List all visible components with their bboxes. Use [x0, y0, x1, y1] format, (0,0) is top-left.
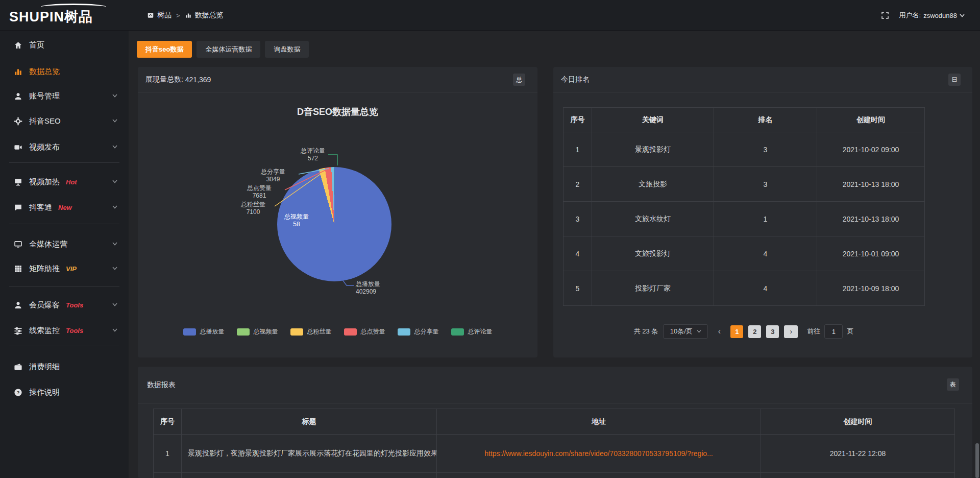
chevron-down-icon	[112, 242, 117, 246]
fullscreen-icon[interactable]	[881, 11, 889, 19]
sliders-icon	[14, 326, 22, 335]
sidebar-item-label: 账号管理	[29, 91, 60, 101]
day-toggle-button[interactable]: 日	[948, 74, 961, 86]
pie-label-plays: 总播放量402909	[356, 280, 412, 296]
ranking-table: 序号 关键词 排名 创建时间 1景观投影灯32021-10-02 09:00 2…	[563, 107, 925, 306]
logo-arc-decoration	[41, 4, 106, 10]
vip-badge: VIP	[66, 265, 77, 273]
report-panel-title: 数据报表	[147, 380, 176, 390]
legend-item-comments[interactable]: 总评论量	[451, 327, 493, 336]
sidebar: 首页 数据总览 账号管理 抖音SEO 视频发布 视频加热 Hot 抖客通 New…	[0, 31, 129, 478]
sidebar-divider	[9, 224, 119, 224]
tab-omnimedia-data[interactable]: 全媒体运营数据	[197, 41, 260, 58]
chevron-down-icon	[112, 205, 117, 209]
sidebar-item-spend-detail[interactable]: 消费明细	[0, 354, 129, 379]
page-button-2[interactable]: 2	[748, 325, 761, 338]
tools-badge: Tools	[66, 327, 83, 334]
sidebar-item-label: 矩阵助推	[29, 264, 60, 274]
next-page-button[interactable]: ›	[784, 325, 798, 338]
sidebar-item-help[interactable]: ? 操作说明	[0, 379, 129, 405]
new-badge: New	[58, 204, 72, 211]
sidebar-item-label: 全媒体运营	[29, 240, 67, 249]
table-header-row: 序号 标题 地址 创建时间	[154, 409, 955, 435]
breadcrumb-root[interactable]: 树品	[147, 11, 172, 20]
sidebar-item-data-overview[interactable]: 数据总览	[0, 59, 129, 84]
legend-swatch	[451, 328, 464, 336]
legend-item-plays[interactable]: 总播放量	[183, 327, 225, 336]
username-value: zswodun88	[923, 12, 957, 19]
col-title: 标题	[182, 409, 437, 435]
sidebar-item-member-burst[interactable]: 会员爆客 Tools	[0, 292, 129, 318]
pie-label-fans: 总粉丝量7100	[229, 201, 278, 216]
pie-label-likes: 总点赞量7681	[235, 184, 284, 200]
chevron-down-icon	[112, 328, 117, 332]
sidebar-item-lead-monitor[interactable]: 线索监控 Tools	[0, 318, 129, 343]
wallet-icon	[14, 363, 22, 371]
legend-item-shares[interactable]: 总分享量	[398, 327, 439, 336]
chevron-down-icon	[112, 119, 117, 123]
page-button-1[interactable]: 1	[730, 325, 743, 338]
sidebar-item-label: 视频加热	[29, 177, 60, 187]
tab-douyin-seo-data[interactable]: 抖音seo数据	[137, 41, 192, 58]
table-row: 1 景观投影灯，夜游景观投影灯厂家展示展示落花灯在花园里的灯光投影应用效果 # …	[154, 435, 955, 473]
legend-item-likes[interactable]: 总点赞量	[344, 327, 385, 336]
pie-chart-title: D音SEO数据量总览	[138, 106, 537, 118]
pie-label-videos: 总视频量58	[272, 213, 321, 228]
legend-item-fans[interactable]: 总粉丝量	[290, 327, 332, 336]
col-index: 序号	[154, 409, 182, 435]
table-row: 5投影灯厂家42021-10-09 18:00	[564, 271, 925, 306]
sidebar-item-label: 消费明细	[29, 362, 60, 372]
goto-label: 前往	[807, 327, 820, 336]
sidebar-item-douyin-seo[interactable]: 抖音SEO	[0, 108, 129, 134]
video-url-link[interactable]: https://www.iesdouyin.com/share/video/70…	[484, 449, 713, 458]
table-row-clipped	[154, 473, 955, 478]
chevron-down-icon	[112, 180, 117, 183]
legend-swatch	[183, 328, 196, 336]
user-menu[interactable]: 用户名: zswodun88	[899, 11, 965, 20]
breadcrumb-current[interactable]: 数据总览	[185, 11, 224, 20]
question-circle-icon: ?	[14, 388, 22, 397]
sidebar-item-matrix-boost[interactable]: 矩阵助推 VIP	[0, 256, 129, 281]
total-impressions-value: 421,369	[185, 76, 211, 84]
tab-inquiry-data[interactable]: 询盘数据	[265, 41, 309, 58]
table-row: 3文旅水纹灯12021-10-13 18:00	[564, 202, 925, 236]
sidebar-item-label: 首页	[29, 40, 44, 50]
report-panel-header: 数据报表 表	[138, 367, 972, 403]
legend-item-videos[interactable]: 总视频量	[237, 327, 278, 336]
page-size-select[interactable]: 10条/页	[663, 324, 708, 339]
pie-label-shares: 总分享量3049	[249, 168, 298, 183]
vertical-scrollbar-thumb[interactable]	[975, 443, 979, 478]
ranking-panel-header: 今日排名 日	[553, 67, 972, 92]
chevron-down-icon	[112, 94, 117, 98]
prev-page-button[interactable]: ‹	[713, 324, 725, 339]
sidebar-item-video-publish[interactable]: 视频发布	[0, 134, 129, 160]
legend-swatch	[237, 328, 250, 336]
sidebar-item-video-heat[interactable]: 视频加热 Hot	[0, 169, 129, 195]
col-url: 地址	[437, 409, 761, 435]
sidebar-divider	[9, 286, 119, 286]
total-toggle-button[interactable]: 总	[513, 74, 525, 86]
chart-legend: 总播放量 总视频量 总粉丝量 总点赞量 总分享量 总评论量	[138, 327, 537, 336]
today-ranking-panel: 今日排名 日 序号 关键词 排名 创建时间 1景观投影灯32021-10-02 …	[553, 67, 972, 357]
pagination-total: 共 23 条	[634, 327, 658, 336]
table-toggle-button[interactable]: 表	[947, 378, 959, 391]
bar-chart-icon	[185, 12, 192, 19]
table-header-row: 序号 关键词 排名 创建时间	[564, 108, 925, 132]
sidebar-item-douketong[interactable]: 抖客通 New	[0, 195, 129, 220]
col-created: 创建时间	[761, 409, 955, 435]
report-table: 序号 标题 地址 创建时间 1 景观投影灯，夜游景观投影灯厂家展示展示落花灯在花…	[153, 409, 955, 478]
window-icon	[147, 12, 154, 19]
page-button-3[interactable]: 3	[766, 325, 779, 338]
video-camera-icon	[14, 143, 22, 152]
chevron-down-icon	[960, 14, 965, 17]
col-created: 创建时间	[817, 108, 925, 132]
sidebar-item-label: 操作说明	[29, 388, 60, 397]
sidebar-item-label: 抖音SEO	[29, 116, 61, 126]
video-title-cell: 景观投影灯，夜游景观投影灯厂家展示展示落花灯在花园里的灯光投影应用效果 #	[182, 435, 437, 473]
legend-swatch	[398, 328, 410, 336]
sidebar-item-omnimedia[interactable]: 全媒体运营	[0, 231, 129, 257]
goto-page-input[interactable]	[824, 324, 843, 339]
sidebar-item-account[interactable]: 账号管理	[0, 83, 129, 109]
bar-chart-icon	[14, 67, 22, 76]
sidebar-item-home[interactable]: 首页	[0, 32, 129, 58]
